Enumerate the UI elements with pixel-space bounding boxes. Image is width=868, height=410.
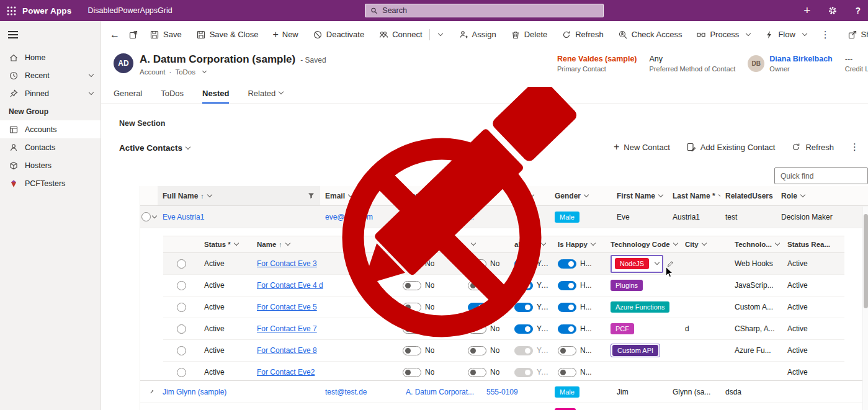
contact-link[interactable]: Jim Glynn (sample) (163, 388, 226, 396)
nested-row[interactable]: Active For Contact Eve 7 No No Yes H... … (163, 318, 844, 340)
chevron-down-icon[interactable] (89, 71, 94, 76)
toggle-switch[interactable] (558, 346, 576, 355)
form-selector[interactable]: ToDos (175, 68, 195, 76)
settings-gear-button[interactable] (828, 6, 838, 16)
toggle-switch[interactable] (558, 368, 576, 377)
column-last-name[interactable]: Last Name * (668, 186, 720, 205)
add-button[interactable]: + (803, 4, 810, 17)
share-button[interactable]: Shar (848, 30, 868, 40)
column-first-name[interactable]: First Name (612, 186, 668, 205)
delete-button[interactable]: Delete (511, 30, 548, 40)
chevron-down-icon[interactable] (655, 260, 660, 265)
edit-pencil-icon[interactable] (666, 260, 674, 268)
expand-row-chevron[interactable] (148, 390, 153, 393)
row-select-radio[interactable] (141, 212, 151, 221)
app-launcher-button[interactable] (0, 0, 22, 21)
contact-link[interactable]: For Contact Eve 7 (257, 324, 317, 333)
connect-menu-button[interactable] (435, 33, 442, 37)
tab-general[interactable]: General (114, 82, 142, 104)
contact-link[interactable]: For Contact Eve 8 (257, 346, 317, 355)
phone-link[interactable]: 555-0109 (486, 388, 518, 396)
nested-column-name[interactable]: Name↑ (252, 236, 398, 252)
primary-contact-value[interactable]: Rene Valdes (sample) (557, 55, 637, 63)
toggle-switch[interactable] (468, 368, 486, 377)
process-button[interactable]: Process (696, 30, 750, 40)
nested-row[interactable]: Active For Contact Eve 4 d No No Yes H..… (163, 275, 844, 296)
row-select-radio[interactable] (177, 259, 186, 269)
chevron-down-icon[interactable] (89, 89, 94, 94)
toggle-switch[interactable] (514, 259, 533, 269)
nested-row[interactable]: Active For Contact Eve2 No No Yes N... A… (163, 362, 844, 380)
assign-button[interactable]: Assign (459, 30, 496, 40)
toggle-switch[interactable] (558, 259, 576, 269)
new-contact-button[interactable]: + New Contact (614, 143, 670, 152)
connect-button[interactable]: Connect (378, 30, 422, 40)
subgrid-refresh-button[interactable]: Refresh (791, 142, 834, 152)
email-link[interactable]: test@test.de (325, 388, 367, 396)
grid-vertical-scrollbar[interactable] (862, 207, 868, 410)
toggle-switch[interactable] (558, 324, 576, 334)
technology-code-selected-cell[interactable]: Custom API (611, 344, 660, 357)
tab-related[interactable]: Related (248, 82, 283, 104)
contact-link[interactable]: For Contact Eve 4 d (257, 281, 323, 290)
toggle-switch[interactable] (468, 303, 486, 312)
subgrid-title[interactable]: Active Contacts (119, 143, 190, 153)
toggle-switch[interactable] (468, 281, 486, 290)
toggle-switch[interactable] (403, 303, 421, 312)
brand-title[interactable]: Power Apps (22, 6, 72, 16)
check-access-button[interactable]: Check Access (618, 30, 682, 40)
preferred-method-value[interactable]: Any (650, 55, 736, 63)
global-search-input[interactable] (382, 6, 598, 15)
toggle-switch[interactable] (403, 281, 421, 290)
toggle-switch[interactable] (468, 346, 486, 355)
nested-column-status-reason[interactable]: Status Rea... (782, 236, 844, 252)
row-select-radio[interactable] (177, 324, 186, 334)
toggle-switch[interactable] (514, 303, 533, 312)
select-all-column[interactable] (140, 186, 158, 205)
nested-column-technolo[interactable]: Technolo... (730, 236, 782, 252)
company-link[interactable]: A. Datum Corporat... (406, 388, 474, 396)
column-role[interactable]: Role (776, 186, 835, 205)
sidebar-item-recent[interactable]: Recent (0, 66, 101, 84)
chevron-down-icon[interactable] (202, 68, 207, 73)
save-button[interactable]: Save (150, 30, 182, 40)
toggle-switch[interactable] (403, 259, 421, 269)
toggle-switch[interactable] (558, 303, 576, 312)
grid-row-partial[interactable] (140, 403, 868, 410)
email-link[interactable]: eve@test.com (325, 213, 373, 221)
nested-row[interactable]: Active For Contact Eve 5 No Yes Yes H...… (163, 296, 844, 318)
sidebar-item-pcftesters[interactable]: PCFTesters (0, 174, 101, 192)
nested-column-status[interactable]: Status * (199, 236, 252, 252)
quick-find-box[interactable] (774, 167, 868, 184)
contact-link[interactable]: For Contact Eve 3 (257, 259, 317, 268)
app-name[interactable]: DisabledPowerAppsGrid (88, 6, 172, 15)
toggle-switch[interactable] (558, 281, 576, 290)
sidebar-item-accounts[interactable]: Accounts (0, 120, 101, 138)
deactivate-button[interactable]: Deactivate (313, 30, 364, 40)
popout-button[interactable] (128, 30, 138, 40)
refresh-button[interactable]: Refresh (562, 30, 604, 40)
tab-nested[interactable]: Nested (202, 82, 229, 104)
sidebar-item-home[interactable]: Home (0, 48, 101, 66)
nested-column-city[interactable]: City (680, 236, 730, 252)
new-button[interactable]: + New (272, 30, 298, 39)
nested-column-hidden-2[interactable] (463, 236, 509, 252)
nested-row[interactable]: Active For Contact Eve 3 No No Yes H... … (163, 253, 844, 275)
owner-value[interactable]: Diana Birkelbach (769, 55, 832, 63)
scrollbar-thumb[interactable] (864, 214, 868, 308)
nested-row[interactable]: Active For Contact Eve 8 No No Yes N... … (163, 340, 844, 362)
sitemap-collapse-button[interactable] (0, 21, 101, 48)
nested-column-allow[interactable]: allow... (509, 236, 553, 252)
column-gender[interactable]: Gender (550, 186, 612, 205)
sidebar-item-contacts[interactable]: Contacts (0, 138, 101, 156)
flow-button[interactable]: Flow (764, 30, 806, 40)
column-email[interactable]: Email (320, 186, 401, 205)
row-select-radio[interactable] (177, 346, 186, 355)
nested-column-technology-code[interactable]: Technology Code (606, 236, 680, 252)
company-link[interactable]: A. Datum Corporat... (406, 213, 474, 221)
back-button[interactable]: ← (110, 29, 120, 40)
toggle-switch[interactable] (468, 259, 486, 269)
contact-link[interactable]: Eve Austria1 (163, 213, 204, 221)
technology-code-editor-cell[interactable]: NodeJS (611, 255, 663, 273)
toggle-switch[interactable] (403, 324, 421, 334)
